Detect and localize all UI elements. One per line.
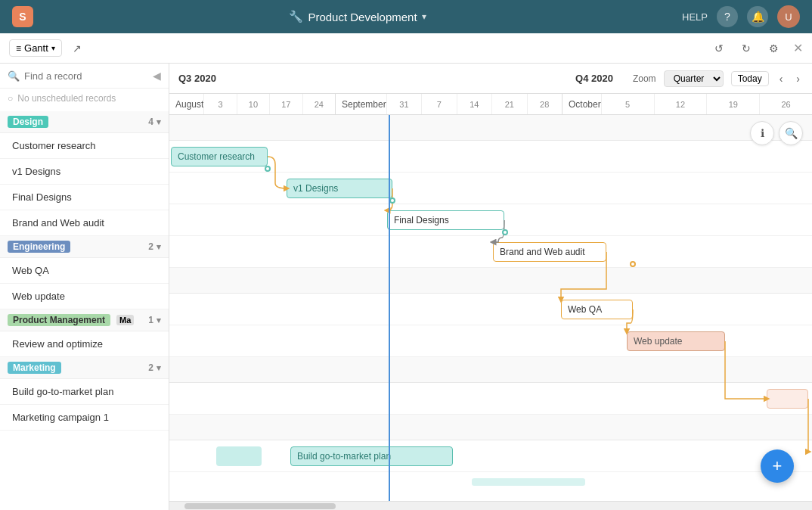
bar-final-designs-label: Final Designs (394, 215, 449, 225)
sidebar-item-customer-research[interactable]: Customer research (0, 133, 169, 159)
bar-build-go-to-market[interactable]: Build go-to-market plan (290, 446, 453, 466)
bar-marketing-campaign[interactable] (472, 478, 585, 486)
settings-button[interactable]: ⚙ (763, 38, 784, 59)
sidebar-item-build-go-to-market[interactable]: Build go-to-market plan (0, 379, 169, 405)
group-header-product-management[interactable]: Product Management Ma 1 ▾ (0, 309, 169, 331)
week-sep-14: 14 (457, 94, 491, 114)
bar-web-qa-label: Web QA (568, 304, 602, 315)
group-row-marketing (169, 415, 812, 440)
august-label: August (169, 99, 203, 110)
scrollbar-thumb[interactable] (184, 503, 336, 509)
fab-add-button[interactable]: + (761, 449, 794, 483)
gantt-area: Q3 2020 Q4 2020 Zoom Quarter Month Week … (169, 64, 812, 510)
gantt-scrollbar[interactable] (169, 501, 812, 510)
sidebar-item-web-qa[interactable]: Web QA (0, 258, 169, 284)
avatar[interactable]: U (777, 5, 800, 28)
bar-v1-designs-label: v1 Designs (293, 183, 338, 194)
sidebar: 🔍 ◀ ○ No unscheduled records Design 4 ▾ … (0, 64, 169, 510)
wrench-icon: 🔧 (289, 10, 303, 23)
today-line (389, 115, 390, 501)
search-input[interactable] (24, 70, 148, 82)
zoom-select[interactable]: Quarter Month Week (664, 70, 724, 87)
sidebar-list: Design 4 ▾ Customer research v1 Designs … (0, 111, 169, 510)
info-button[interactable]: ℹ (750, 121, 774, 145)
gantt-controls-row: Q3 2020 Q4 2020 Zoom Quarter Month Week … (169, 64, 812, 94)
bar-web-update[interactable]: Web update (627, 331, 725, 351)
sidebar-item-review-optimize[interactable]: Review and optimize (0, 331, 169, 357)
bar-review-optimize[interactable] (767, 389, 808, 409)
top-bar-center: 🔧 Product Development ▾ (289, 10, 426, 23)
product-mgmt-arrow-icon: ▾ (157, 316, 161, 325)
project-title: Product Development (308, 11, 417, 23)
connector-dot-3 (502, 229, 508, 235)
september-label: September (336, 99, 386, 110)
top-bar-right: HELP ? 🔔 U (682, 5, 800, 28)
bar-v1-designs[interactable]: v1 Designs (287, 179, 392, 198)
nav-prev-icon[interactable]: ‹ (776, 71, 786, 86)
top-bar: S 🔧 Product Development ▾ HELP ? 🔔 U (0, 0, 812, 33)
sidebar-item-web-update[interactable]: Web update (0, 284, 169, 309)
help-icon-button[interactable]: ? (717, 6, 738, 27)
row-review-optimize (169, 383, 812, 415)
toolbar-left: ≡ Gantt ▾ ↗ (9, 38, 88, 59)
bar-build-go-to-market-label: Build go-to-market plan (297, 451, 391, 462)
row-build-go-to-market (169, 440, 812, 472)
bar-web-qa[interactable]: Web QA (561, 300, 633, 319)
product-mgmt-extra-badge: Ma (116, 315, 134, 325)
row-marketing-campaign (169, 472, 812, 501)
undo-button[interactable]: ↺ (708, 38, 730, 59)
august-weeks: 3 10 17 24 (203, 94, 335, 114)
bell-icon[interactable]: 🔔 (747, 6, 768, 27)
group-header-marketing[interactable]: Marketing 2 ▾ (0, 357, 169, 379)
marketing-badge: Marketing (8, 362, 61, 374)
share-button[interactable]: ↗ (67, 38, 88, 59)
search-gantt-button[interactable]: 🔍 (779, 121, 803, 145)
bar-final-designs[interactable]: Final Designs (387, 210, 504, 230)
search-icon: 🔍 (8, 70, 20, 82)
sidebar-collapse-icon[interactable]: ◀ (153, 70, 161, 82)
engineering-arrow-icon: ▾ (157, 242, 161, 252)
search-bar[interactable]: 🔍 ◀ (0, 64, 169, 89)
marketing-arrow-icon: ▾ (157, 363, 161, 373)
august-section: August 3 10 17 24 (169, 94, 336, 114)
nav-next-icon[interactable]: › (793, 71, 803, 86)
group-header-engineering[interactable]: Engineering 2 ▾ (0, 236, 169, 258)
close-button[interactable]: ✕ (793, 41, 803, 55)
zoom-label: Zoom (633, 73, 656, 84)
redo-button[interactable]: ↻ (736, 38, 757, 59)
design-count: 4 (148, 117, 153, 127)
product-mgmt-badge: Product Management (8, 314, 110, 326)
week-oct-26: 26 (759, 94, 812, 114)
week-aug-10: 10 (237, 94, 269, 114)
bar-build-gtm-left[interactable] (216, 446, 262, 466)
title-caret-icon[interactable]: ▾ (422, 11, 426, 22)
top-bar-left: S (12, 6, 33, 27)
october-section: October 5 12 19 26 (563, 94, 812, 114)
week-sep-21: 21 (491, 94, 526, 114)
sidebar-item-brand-web-audit[interactable]: Brand and Web audit (0, 210, 169, 236)
group-header-design[interactable]: Design 4 ▾ (0, 111, 169, 133)
september-section: September 31 7 14 21 28 (336, 94, 563, 114)
gantt-label: Gantt (24, 42, 48, 54)
gantt-icon: ≡ (16, 43, 21, 54)
bar-customer-research[interactable]: Customer research (171, 147, 268, 166)
group-row-design (169, 115, 812, 141)
week-aug-17: 17 (269, 94, 302, 114)
sidebar-item-marketing-campaign[interactable]: Marketing campaign 1 (0, 405, 169, 431)
today-button[interactable]: Today (731, 71, 769, 86)
gantt-view-button[interactable]: ≡ Gantt ▾ (9, 39, 62, 57)
gantt-body: ℹ 🔍 (169, 115, 812, 501)
row-v1-designs (169, 173, 812, 204)
week-sep-31: 31 (386, 94, 421, 114)
app-logo[interactable]: S (12, 6, 33, 27)
bar-customer-research-label: Customer research (178, 151, 255, 162)
week-oct-12: 12 (654, 94, 707, 114)
engineering-badge: Engineering (8, 241, 70, 253)
connector-dot-2 (389, 197, 395, 204)
marketing-count: 2 (148, 362, 153, 373)
sidebar-item-v1-designs[interactable]: v1 Designs (0, 159, 169, 185)
gantt-grid-container: Customer research v1 Designs Final Desig… (169, 115, 812, 501)
sidebar-item-final-designs[interactable]: Final Designs (0, 185, 169, 210)
bar-brand-web-audit[interactable]: Brand and Web audit (493, 242, 606, 262)
help-label[interactable]: HELP (682, 11, 708, 23)
